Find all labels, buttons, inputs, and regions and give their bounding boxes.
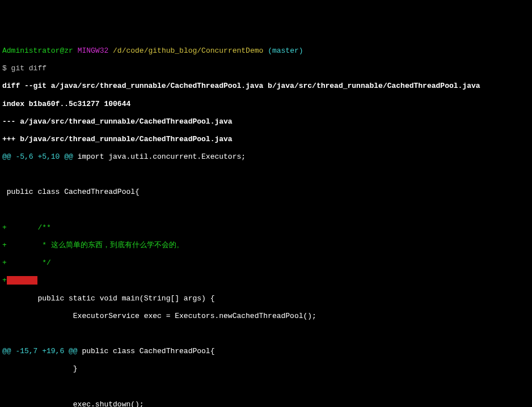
diff-index: index b1ba60f..5c31277 100644 [2, 100, 530, 109]
context-line [2, 383, 530, 392]
diff-header: diff --git a/java/src/thread_runnable/Ca… [2, 82, 530, 91]
context-line: } [2, 364, 530, 374]
added-line-trailing-ws: + [2, 276, 530, 285]
context-line [2, 329, 530, 338]
context-line: exec.shutdown(); [2, 400, 530, 407]
terminal-output: Administrator@zr MINGW32 /d/code/github_… [2, 37, 530, 407]
added-line: + * 这么简单的东西，到底有什么学不会的。 [2, 241, 530, 250]
context-line: public class CachedThreadPool{ [2, 188, 530, 197]
prompt-env: MINGW32 [78, 46, 109, 55]
context-line: ExecutorService exec = Executors.newCach… [2, 312, 530, 321]
prompt-line: Administrator@zr MINGW32 /d/code/github_… [2, 46, 530, 56]
diff-plus-file: +++ b/java/src/thread_runnable/CachedThr… [2, 135, 530, 144]
hunk-header: @@ -5,6 +5,10 @@ import java.util.concur… [2, 152, 530, 162]
command-line[interactable]: $ git diff [2, 64, 530, 73]
added-line: + /** [2, 223, 530, 232]
context-line [2, 170, 530, 179]
prompt-user: Administrator@zr [2, 46, 73, 55]
prompt-branch: (master) [268, 46, 303, 55]
added-line: + */ [2, 258, 530, 268]
prompt-path: /d/code/github_blog/ConcurrentDemo [113, 46, 263, 55]
context-line: public static void main(String[] args) { [2, 294, 530, 303]
context-line [2, 206, 530, 215]
diff-minus-file: --- a/java/src/thread_runnable/CachedThr… [2, 117, 530, 126]
hunk-header: @@ -15,7 +19,6 @@ public class CachedThr… [2, 347, 530, 356]
